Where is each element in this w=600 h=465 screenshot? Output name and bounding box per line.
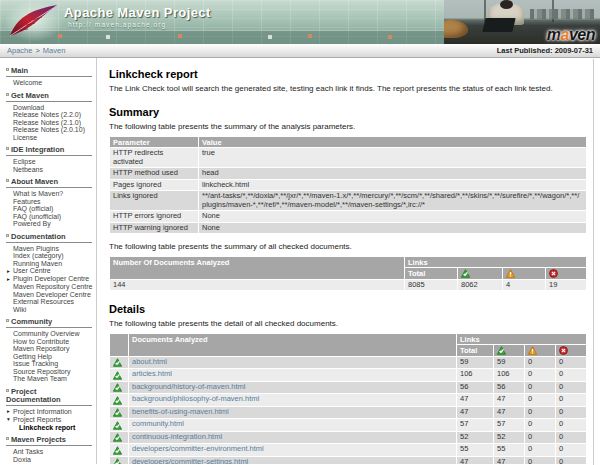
sidebar-section-title: About Maven (6, 178, 92, 188)
document-link[interactable]: about.html (132, 357, 167, 366)
document-link[interactable]: benefits-of-using-maven.html (132, 407, 229, 416)
parameter-name: HTTP warning ignored (110, 223, 198, 234)
document-link[interactable]: background/philosophy-of-maven.html (132, 394, 259, 403)
sidebar-item[interactable]: License (6, 134, 92, 142)
links-total: 56 (457, 382, 493, 394)
sidebar-item[interactable]: Source Repository (6, 368, 92, 376)
desk-object (444, 20, 468, 38)
document-link[interactable]: articles.html (132, 369, 172, 378)
breadcrumb-link-maven[interactable]: Maven (43, 46, 66, 55)
sidebar-item-label: Release Notes (2.1.0) (13, 119, 81, 126)
sidebar-item[interactable]: Maven Repository (6, 345, 92, 353)
links-total: 59 (457, 357, 493, 369)
page-title: Linkcheck report (109, 68, 587, 80)
sidebar-item[interactable]: JXR (6, 463, 92, 464)
sidebar-item[interactable]: What is Maven? (6, 190, 92, 198)
parameter-row: HTTP method usedhead (110, 168, 586, 179)
sidebar-item[interactable]: Release Notes (2.1.0) (6, 119, 92, 127)
sidebar-item[interactable]: Maven Plugins (6, 245, 92, 253)
links-warnings: 0 (525, 369, 555, 381)
sidebar-item[interactable]: The Maven Team (6, 375, 92, 383)
breadcrumb-link-apache[interactable]: Apache (7, 46, 32, 55)
person-head (500, 0, 513, 9)
sidebar-item-label: Maven Repository (13, 345, 69, 352)
sidebar-item[interactable]: Ant Tasks (6, 448, 92, 456)
sidebar-item[interactable]: Features (6, 198, 92, 206)
document-link[interactable]: developers/committer-settings.html (132, 457, 248, 465)
sidebar-item-label: Getting Help (13, 353, 52, 360)
sidebar-item[interactable]: Index (category) (6, 252, 92, 260)
sidebar-item[interactable]: External Resources (6, 298, 92, 306)
sidebar-item-label: Netbeans (13, 166, 43, 173)
sidebar-item-label: How to Contribute (13, 338, 69, 345)
sidebar-item[interactable]: Community Overview (6, 330, 92, 338)
documents-count: 144 (110, 280, 404, 291)
sidebar-item-label: Download (13, 104, 44, 111)
breadcrumb: Apache>Maven (7, 46, 65, 55)
links-valid: 59 (494, 357, 524, 369)
sidebar-section-title: IDE Integration (6, 146, 92, 156)
links-valid: 47 (494, 457, 524, 465)
links-valid: 52 (494, 432, 524, 444)
sidebar-item[interactable]: ▸User Centre (6, 267, 92, 275)
sidebar-item[interactable]: ▸Project Information (6, 408, 92, 416)
sidebar-item-label: Linkcheck report (19, 424, 75, 431)
links-valid: 106 (494, 369, 524, 381)
parameter-name: Links ignored (110, 191, 198, 210)
details-table-body: about.html595900articles.html10610600bac… (110, 357, 586, 465)
sidebar-section: Get MavenDownloadRelease Notes (2.2.0)Re… (6, 92, 92, 142)
success-icon (458, 268, 502, 279)
parameter-value: linkcheck.html (199, 180, 586, 191)
parameter-value: None (199, 211, 586, 222)
details-intro: The following table presents the detail … (109, 319, 587, 329)
sidebar-section-title-text: Documentation (11, 232, 66, 241)
sidebar-item[interactable]: Issue Tracking (6, 360, 92, 368)
document-link[interactable]: community.html (132, 419, 184, 428)
sidebar-item[interactable]: Running Maven (6, 260, 92, 268)
table-row: benefits-of-using-maven.html474700 (110, 407, 586, 419)
sidebar-item-label: What is Maven? (13, 190, 63, 197)
document-link[interactable]: background/history-of-maven.html (132, 382, 245, 391)
document-link[interactable]: continuous-integration.html (132, 432, 222, 441)
sidebar-item[interactable]: Wiki (6, 306, 92, 314)
table-row: community.html575700 (110, 419, 586, 431)
sidebar-section-title-text: Maven Projects (11, 435, 66, 444)
sidebar-item[interactable]: ▸Plugin Developer Centre (6, 275, 92, 283)
sidebar-item-label: Welcome (13, 79, 42, 86)
details-heading: Details (109, 303, 587, 315)
error-icon (546, 268, 586, 279)
site-url: http:// maven.apache.org (68, 21, 166, 28)
sidebar-item[interactable]: FAQ (unofficial) (6, 213, 92, 221)
parameter-row: HTTP warning ignoredNone (110, 223, 586, 234)
sidebar-item[interactable]: Powered By (6, 220, 92, 228)
links-errors: 0 (556, 382, 586, 394)
sidebar-item[interactable]: Netbeans (6, 166, 92, 174)
maven-logo-m: m (547, 26, 561, 43)
sidebar: MainWelcomeGet MavenDownloadRelease Note… (0, 58, 97, 464)
sidebar-item[interactable]: FAQ (official) (6, 205, 92, 213)
sidebar-item[interactable]: How to Contribute (6, 338, 92, 346)
sidebar-item[interactable]: Release Notes (2.2.0) (6, 111, 92, 119)
maven-logo-a: a (561, 26, 569, 43)
sidebar-item[interactable]: Welcome (6, 79, 92, 87)
sidebar-item[interactable]: Eclipse (6, 158, 92, 166)
maven-logo: maven (547, 26, 595, 44)
document-link[interactable]: developers/committer-environment.html (132, 444, 264, 453)
sidebar-item[interactable]: Getting Help (6, 353, 92, 361)
sidebar-item-label: Maven Repository Centre (13, 283, 92, 290)
parameter-name: HTTP method used (110, 168, 198, 179)
links-errors: 0 (556, 419, 586, 431)
sidebar-item[interactable]: Maven Developer Centre (6, 291, 92, 299)
sidebar-item[interactable]: ▾Project Reports (6, 416, 92, 424)
sidebar-item-label: Wiki (13, 306, 26, 313)
sidebar-item-label: Maven Developer Centre (13, 291, 91, 298)
sidebar-item-label: FAQ (official) (13, 205, 53, 212)
sidebar-item[interactable]: Maven Repository Centre (6, 283, 92, 291)
docs-summary-intro: The following table presents the summary… (109, 242, 587, 252)
links-warnings: 0 (525, 382, 555, 394)
sidebar-item[interactable]: Doxia (6, 456, 92, 464)
report-intro: The Link Check tool will search the gene… (109, 84, 587, 94)
parameter-value: head (199, 168, 586, 179)
sidebar-item[interactable]: Download (6, 104, 92, 112)
sidebar-item[interactable]: Release Notes (2.0.10) (6, 126, 92, 134)
